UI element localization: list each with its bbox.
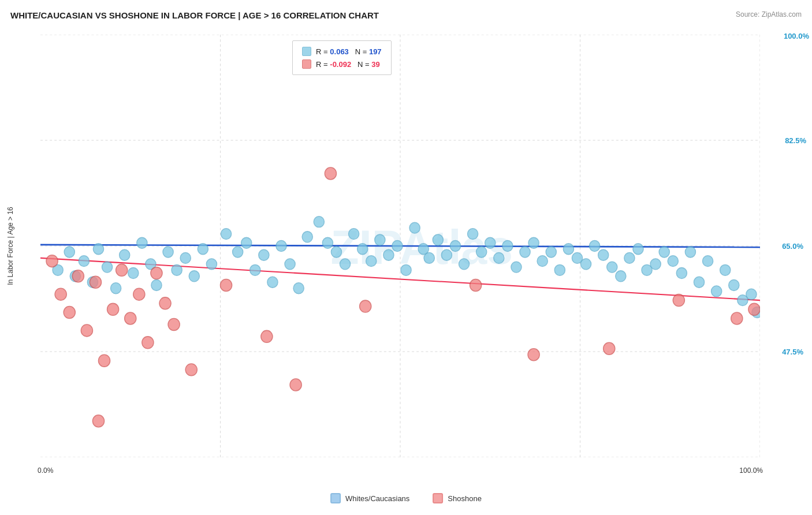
svg-point-31 [221,229,232,240]
svg-point-51 [401,264,411,275]
svg-point-112 [261,330,273,342]
svg-point-107 [159,297,171,309]
svg-point-74 [598,249,609,260]
svg-point-66 [528,237,539,248]
svg-point-42 [322,237,333,248]
legend-label-shoshone: Shoshone [448,494,482,503]
legend-color-whites [330,493,341,503]
svg-point-72 [581,259,591,270]
x-tick-100: 100.0% [739,467,763,475]
svg-point-22 [137,237,147,248]
svg-point-94 [46,255,58,267]
svg-point-52 [409,222,420,233]
chart-title: WHITE/CAUCASIAN VS SHOSHONE IN LABOR FOR… [10,10,379,20]
svg-point-38 [285,259,295,270]
y-tick-100: 100.0% [784,32,809,40]
svg-point-19 [111,283,121,294]
svg-point-106 [151,267,162,279]
svg-point-109 [185,364,197,376]
svg-point-83 [676,268,687,279]
svg-point-47 [366,256,377,267]
svg-point-21 [128,268,139,279]
y-tick-82: 82.5% [785,136,806,145]
svg-point-63 [502,241,513,252]
svg-point-20 [120,249,130,260]
svg-point-108 [92,415,104,427]
svg-point-57 [450,241,460,252]
svg-point-65 [520,247,530,258]
y-tick-47: 47.5% [782,348,803,356]
svg-point-78 [633,244,643,255]
svg-point-119 [731,312,743,324]
svg-point-120 [748,303,760,315]
x-tick-0: 0.0% [38,467,53,475]
svg-point-118 [673,294,684,307]
svg-point-13 [64,247,75,258]
svg-point-101 [107,303,119,315]
svg-point-56 [441,249,452,260]
svg-point-33 [241,237,252,248]
svg-point-24 [151,280,162,291]
svg-point-15 [79,256,89,267]
svg-point-89 [729,280,739,291]
svg-point-54 [424,253,434,264]
svg-point-34 [250,264,260,275]
svg-point-103 [125,312,136,324]
svg-point-49 [383,249,394,260]
svg-point-115 [470,279,482,292]
legend-label-whites: Whites/Caucasians [345,494,409,503]
svg-point-61 [485,237,496,248]
svg-point-48 [375,234,385,245]
svg-point-17 [93,244,103,255]
svg-point-105 [142,337,154,349]
svg-point-60 [476,247,487,258]
svg-point-75 [607,262,617,273]
svg-point-77 [624,253,635,264]
svg-point-110 [168,318,180,330]
svg-point-88 [720,264,731,275]
svg-point-82 [668,256,678,267]
svg-point-86 [703,256,713,267]
svg-point-43 [331,247,341,258]
svg-point-111 [221,279,232,292]
svg-point-37 [276,241,286,252]
svg-point-18 [102,262,113,273]
svg-point-25 [163,247,173,258]
svg-point-96 [64,307,75,319]
svg-point-91 [746,289,757,300]
svg-point-41 [314,217,324,227]
svg-point-76 [616,271,626,282]
svg-point-85 [694,277,704,288]
legend-item-whites: Whites/Caucasians [330,493,409,503]
svg-point-64 [511,262,522,273]
legend-item-shoshone: Shoshone [433,493,482,503]
svg-point-100 [98,354,110,367]
svg-point-69 [554,264,565,275]
svg-point-39 [293,283,304,294]
svg-point-113 [290,379,301,391]
y-axis-label: In Labor Force | Age > 16 [5,35,16,457]
legend-color-shoshone [433,493,443,503]
svg-point-32 [233,247,243,258]
svg-point-30 [206,259,217,270]
svg-point-81 [659,247,669,258]
svg-point-58 [459,259,469,270]
svg-point-80 [650,259,661,270]
svg-point-104 [133,288,145,300]
svg-point-44 [340,259,350,270]
svg-point-87 [712,286,722,297]
y-tick-65: 65.0% [782,242,803,251]
svg-point-97 [72,270,84,282]
svg-point-99 [90,276,101,288]
svg-point-62 [494,253,504,264]
svg-point-95 [55,288,66,300]
svg-point-117 [604,342,615,354]
svg-point-50 [392,241,403,252]
svg-point-98 [81,324,92,337]
svg-point-93 [325,167,336,180]
svg-point-116 [528,349,539,361]
svg-point-70 [563,244,573,255]
chart-area: ZIPAtlas [40,35,760,457]
svg-point-40 [302,232,312,242]
chart-legend: Whites/Caucasians Shoshone [330,493,482,503]
